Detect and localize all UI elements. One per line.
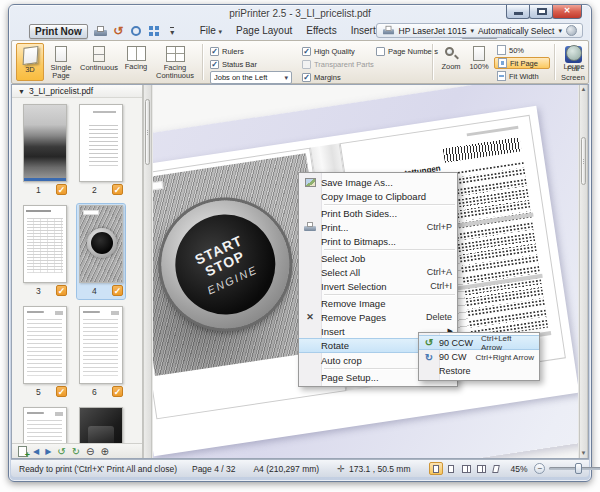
fit-page-button[interactable]: Fit Page bbox=[494, 57, 550, 69]
customize-quick-access-button[interactable]: ▾ bbox=[166, 25, 179, 38]
page-thumbnail-5[interactable] bbox=[23, 306, 67, 384]
fit-width-button[interactable]: Fit Width bbox=[494, 70, 550, 82]
checkbox-rulers[interactable]: ✓Rulers bbox=[210, 47, 244, 56]
page-checkbox[interactable]: ✓ bbox=[56, 386, 67, 397]
thumbnail-cell-5[interactable]: 5✓ bbox=[21, 305, 69, 400]
zoom-100-button[interactable]: 100% bbox=[466, 43, 492, 81]
printer-settings-icon[interactable] bbox=[566, 25, 577, 36]
view-single-page-button[interactable] bbox=[429, 462, 443, 475]
page-thumbnail-4[interactable] bbox=[79, 205, 123, 283]
printer-dropdown[interactable]: HP LaserJet 1015 bbox=[399, 26, 467, 36]
page-thumbnail-2[interactable] bbox=[79, 104, 123, 182]
menu-item-select-all[interactable]: Select All Ctrl+A bbox=[299, 265, 457, 279]
checkbox-transparent-parts[interactable]: Transparent Parts bbox=[302, 60, 374, 69]
close-button[interactable]: ✕ bbox=[552, 5, 582, 19]
checkbox-high-quality[interactable]: ✓High Quality bbox=[302, 47, 355, 56]
tab-file[interactable]: File ▾ bbox=[193, 23, 229, 39]
status-zoom-level: 45% bbox=[507, 464, 530, 474]
ribbon: 3D Single Page Continuous Facing Facing … bbox=[11, 40, 589, 84]
menu-item-save-image-as[interactable]: Save Image As... bbox=[299, 175, 457, 189]
maximize-button[interactable] bbox=[529, 5, 553, 19]
checkbox-margins[interactable]: ✓Margins bbox=[302, 73, 341, 82]
view-mode-facing-continuous-button[interactable]: Facing Continuous bbox=[152, 43, 198, 81]
paper-source-dropdown[interactable]: Automatically Select bbox=[478, 26, 555, 36]
thumbnail-cell-8[interactable]: 8✓ bbox=[77, 406, 125, 443]
view-mode-facing-button[interactable]: Facing bbox=[122, 43, 150, 81]
page-checkbox[interactable]: ✓ bbox=[56, 285, 67, 296]
view-mode-3d-button[interactable]: 3D bbox=[16, 43, 44, 81]
grid-view-button[interactable] bbox=[148, 25, 161, 38]
page-thumbnail-7[interactable] bbox=[23, 407, 67, 443]
chevron-down-icon[interactable]: ▾ bbox=[470, 27, 474, 35]
view-continuous-button[interactable] bbox=[444, 462, 458, 475]
page-checkbox[interactable]: ✓ bbox=[112, 184, 123, 195]
rotate-cw-icon[interactable]: ↻ bbox=[72, 445, 80, 458]
page-checkbox[interactable]: ✓ bbox=[56, 184, 67, 195]
menu-item-print-to-bitmaps[interactable]: Print to Bitmaps... bbox=[299, 234, 457, 248]
menu-item-remove-pages[interactable]: ✕ Remove Pages Delete bbox=[299, 310, 457, 324]
view-facing-continuous-button[interactable] bbox=[474, 462, 488, 475]
scroll-up-icon[interactable]: ▲ bbox=[580, 85, 587, 94]
submenu-item-restore[interactable]: Restore bbox=[419, 364, 539, 378]
chevron-down-icon: ▾ bbox=[170, 27, 174, 36]
page-thumbnail-1[interactable] bbox=[23, 104, 67, 182]
page-thumbnail-3[interactable] bbox=[23, 205, 67, 283]
zoom-slider[interactable] bbox=[549, 467, 600, 470]
right-scrollbar[interactable]: ▲ ▼ bbox=[579, 85, 588, 458]
scroll-down-icon[interactable]: ▼ bbox=[580, 449, 587, 458]
page-thumbnail-8[interactable] bbox=[79, 407, 123, 443]
checkbox-page-numbers[interactable]: Page Numbers bbox=[376, 47, 438, 56]
loupe-button[interactable]: Loupe bbox=[561, 42, 587, 82]
view-3d-button[interactable] bbox=[489, 462, 503, 475]
thumbnail-cell-1[interactable]: 1✓ bbox=[21, 103, 69, 198]
submenu-item-90-ccw[interactable]: ↺ 90 CCW Ctrl+Left Arrow bbox=[419, 335, 539, 350]
tab-effects[interactable]: Effects bbox=[299, 23, 343, 39]
page-checkbox[interactable]: ✓ bbox=[112, 285, 123, 296]
view-facing-button[interactable] bbox=[459, 462, 473, 475]
undo-button[interactable]: ↺ bbox=[112, 25, 125, 38]
title-bar[interactable]: priPrinter 2.5 - 3_LI_pricelist.pdf bbox=[9, 5, 591, 22]
cursor-position-icon: ✛ bbox=[337, 464, 345, 474]
chevron-down-icon: ▾ bbox=[219, 28, 223, 35]
menu-item-invert-selection[interactable]: Invert Selection Ctrl+I bbox=[299, 279, 457, 293]
page-checkbox[interactable]: ✓ bbox=[112, 386, 123, 397]
add-page-icon[interactable] bbox=[18, 446, 27, 457]
ribbon-separator bbox=[432, 44, 433, 80]
zoom-out-icon[interactable]: ⊖ bbox=[86, 445, 94, 458]
menu-item-select-job[interactable]: Select Job bbox=[299, 251, 457, 265]
thumbnail-cell-4-selected[interactable]: 4✓ bbox=[77, 204, 125, 299]
print-preview-button[interactable] bbox=[94, 25, 107, 38]
print-now-button[interactable]: Print Now bbox=[29, 24, 88, 39]
rotate-ccw-icon[interactable]: ↺ bbox=[57, 445, 65, 458]
menu-item-print[interactable]: Print... Ctrl+P bbox=[299, 220, 457, 234]
zoom-button[interactable]: Zoom bbox=[438, 43, 464, 81]
document-header[interactable]: ▼ 3_LI_pricelist.pdf bbox=[12, 85, 142, 98]
thumbnail-cell-3[interactable]: 3✓ bbox=[21, 204, 69, 299]
page-thumbnail-6[interactable] bbox=[79, 306, 123, 384]
left-scrollbar-thumb[interactable] bbox=[145, 99, 150, 165]
submenu-item-90-cw[interactable]: ↻ 90 CW Ctrl+Right Arrow bbox=[419, 350, 539, 364]
checkbox-status-bar[interactable]: ✓Status Bar bbox=[210, 60, 257, 69]
menu-item-remove-image[interactable]: Remove Image bbox=[299, 296, 457, 310]
zoom-50-button[interactable]: 50% bbox=[494, 44, 550, 56]
jobs-position-dropdown[interactable]: Jobs on the Left▾ bbox=[210, 71, 292, 84]
thumbnail-cell-6[interactable]: 6✓ bbox=[77, 305, 125, 400]
tab-page-layout[interactable]: Page Layout bbox=[229, 23, 299, 39]
previous-page-icon[interactable]: ◀ bbox=[33, 445, 39, 458]
next-page-icon[interactable]: ▶ bbox=[45, 445, 51, 458]
view-mode-continuous-button[interactable]: Continuous bbox=[78, 43, 120, 81]
menu-item-print-both-sides[interactable]: Print Both Sides... bbox=[299, 206, 457, 220]
thumbnail-cell-7[interactable]: 7✓ bbox=[21, 406, 69, 443]
chevron-down-icon[interactable]: ▾ bbox=[558, 27, 562, 35]
zoom-out-button[interactable]: − bbox=[534, 463, 545, 474]
left-scrollbar[interactable] bbox=[143, 85, 152, 458]
minimize-button[interactable] bbox=[506, 5, 530, 19]
color-circle-button[interactable] bbox=[130, 25, 143, 38]
right-scrollbar-thumb[interactable] bbox=[581, 137, 586, 185]
zoom-slider-thumb[interactable] bbox=[575, 463, 582, 474]
menu-item-copy-image[interactable]: Copy Image to Clipboard bbox=[299, 189, 457, 203]
zoom-in-icon[interactable]: ⊕ bbox=[100, 445, 108, 458]
view-mode-single-page-button[interactable]: Single Page bbox=[46, 43, 76, 81]
save-image-icon bbox=[299, 178, 321, 187]
thumbnail-cell-2[interactable]: 2✓ bbox=[77, 103, 125, 198]
